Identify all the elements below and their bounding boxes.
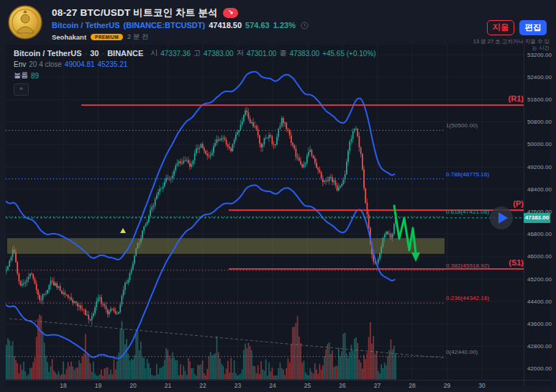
tradingview-idea-page: 08-27 BTC/USDT 비트코인 차트 분석 ↘ Bitcoin / Te… xyxy=(0,0,556,392)
chart-legend: Bitcoin / TetherUS · 30 · BINANCE 시 4733… xyxy=(14,48,376,96)
symbol-ref-link[interactable]: (BINANCE:BTCUSDT) xyxy=(124,21,206,29)
volume-indicator-name[interactable]: 볼륨 xyxy=(14,70,28,81)
legend-exchange: BINANCE xyxy=(107,49,143,58)
env-upper-value: 49004.81 xyxy=(65,60,95,68)
legend-collapse-button[interactable]: ^ xyxy=(14,83,29,96)
header-price: 47418.50 xyxy=(209,21,242,29)
premium-badge: PREMIUM xyxy=(91,34,123,40)
legend-separator: · xyxy=(85,49,88,58)
legend-close-value: 47383.00 xyxy=(289,50,319,58)
header-change-pct: 1.23% xyxy=(273,21,296,29)
legend-open-label: 시 xyxy=(150,48,158,58)
legend-symbol[interactable]: Bitcoin / TetherUS xyxy=(14,49,82,58)
edit-note-line1: 13 분 27 초 고치거나 지울 수 있 xyxy=(434,38,550,45)
chart-canvas[interactable]: 53200.0052400.0051600.0050800.0050000.00… xyxy=(6,45,550,386)
volume-value: 89 xyxy=(31,72,39,80)
env-indicator-params: 20 4 close xyxy=(29,60,62,68)
legend-close-label: 종 xyxy=(279,48,286,58)
delete-button[interactable]: 지움 xyxy=(487,20,514,35)
legend-low-value: 47301.00 xyxy=(247,50,277,58)
legend-interval[interactable]: 30 xyxy=(90,49,99,58)
edit-time-note: 13 분 27 초 고치거나 지울 수 있 는 시간 xyxy=(434,38,550,51)
idea-title: 08-27 BTC/USDT 비트코인 차트 분석 xyxy=(52,6,218,19)
play-icon xyxy=(498,212,508,224)
author-avatar[interactable] xyxy=(8,5,42,40)
edit-button[interactable]: 편집 xyxy=(519,20,547,35)
author-name[interactable]: Seohakant xyxy=(52,33,86,41)
posted-time: 2 분 전 xyxy=(127,32,149,42)
short-direction-badge: ↘ xyxy=(223,8,239,18)
last-price-badge: 47383.00 xyxy=(524,213,550,223)
legend-high-label: 고 xyxy=(193,48,201,58)
legend-high-value: 47383.00 xyxy=(204,50,234,58)
legend-change: +45.65 (+0.10%) xyxy=(322,50,376,58)
chart-drawing-svg[interactable] xyxy=(6,45,550,386)
env-indicator-name[interactable]: Env xyxy=(14,60,26,68)
symbol-link[interactable]: Bitcoin / TetherUS xyxy=(52,21,120,29)
clock-icon xyxy=(301,22,309,29)
legend-open-value: 47337.36 xyxy=(160,50,191,58)
header-change-abs: 574.63 xyxy=(245,21,270,29)
play-button[interactable] xyxy=(490,206,513,229)
edit-note-line2: 는 시간 xyxy=(434,45,550,51)
legend-separator: · xyxy=(101,49,104,58)
env-lower-value: 45235.21 xyxy=(98,60,128,68)
legend-low-label: 저 xyxy=(237,48,244,58)
